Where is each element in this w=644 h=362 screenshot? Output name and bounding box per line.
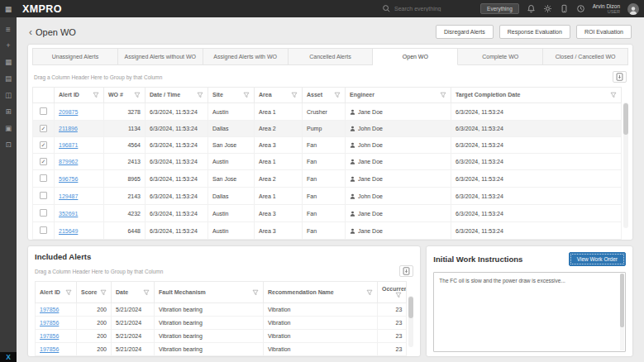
media-icon[interactable]: ◫ (0, 87, 17, 103)
alert-id-link[interactable]: 879962 (59, 159, 78, 164)
clock-icon[interactable] (576, 4, 585, 13)
column-header-asset[interactable]: Asset (303, 88, 346, 103)
alert-id-link[interactable]: 129487 (59, 193, 78, 199)
column-header-target-completion-date[interactable]: Target Completion Date (451, 88, 622, 103)
filter-icon[interactable] (334, 92, 341, 98)
work-order-row[interactable]: 12948721436/3/2024, 11:53:24DallasArea 1… (33, 188, 622, 205)
column-header-date-time[interactable]: Date / Time (145, 88, 208, 103)
alert-id-link[interactable]: 209875 (59, 109, 78, 115)
tab-open-wo[interactable]: Open WO (373, 48, 458, 65)
alert-id-link[interactable]: 197856 (40, 307, 59, 312)
tab-complete-wo[interactable]: Complete WO (458, 48, 543, 65)
tab-assigned-alerts-with-wo[interactable]: Assigned Alerts with WO (203, 48, 289, 65)
add-icon[interactable]: + (0, 37, 17, 54)
alert-id-link[interactable]: 352691 (59, 211, 78, 217)
alert-id-link[interactable]: 197856 (40, 333, 59, 339)
column-header-fault-mechanism[interactable]: Fault Mechanism (155, 282, 264, 303)
work-order-row[interactable]: 35269142326/3/2024, 11:53:24AustinArea 3… (33, 205, 622, 222)
export-button[interactable] (613, 71, 627, 83)
search-input[interactable] (394, 6, 477, 12)
column-header-engineer[interactable]: Engineer (346, 88, 451, 103)
work-order-row[interactable]: 20987532786/3/2024, 11:53:24AustinArea 1… (33, 103, 622, 121)
filter-icon[interactable] (243, 92, 250, 98)
filter-icon[interactable] (93, 92, 99, 98)
work-instructions-textarea[interactable]: The FC oil is slow and the power draw is… (433, 272, 626, 352)
tab-closed-cancelled-wo[interactable]: Closed / Cancelled WO (543, 48, 628, 65)
settings-gear-icon[interactable] (543, 4, 552, 13)
included-alert-row[interactable]: 1978562005/21/2024Vibration bearingVibra… (36, 303, 407, 317)
column-header-area[interactable]: Area (255, 88, 303, 103)
table-scrollbar-thumb[interactable] (623, 103, 628, 135)
alert-id-link[interactable]: 197856 (40, 346, 59, 352)
table-scrollbar[interactable] (623, 102, 628, 228)
alert-id-link[interactable]: 211896 (59, 126, 78, 131)
alert-id-link[interactable]: 215649 (59, 228, 78, 234)
filter-icon[interactable] (143, 289, 150, 296)
export-button[interactable] (399, 265, 413, 277)
row-checkbox[interactable] (40, 192, 47, 199)
filter-icon[interactable] (100, 289, 107, 296)
notifications-bell-icon[interactable] (527, 4, 536, 13)
filter-icon[interactable] (197, 92, 203, 98)
row-checkbox[interactable] (40, 174, 47, 182)
view-work-order-button[interactable]: View Work Order (569, 252, 626, 266)
table-scrollbar[interactable] (408, 296, 413, 347)
column-header-score[interactable]: Score (77, 282, 112, 303)
alert-id-link[interactable]: 197856 (40, 320, 59, 326)
tab-cancelled-alerts[interactable]: Cancelled Alerts (289, 48, 374, 65)
row-checkbox[interactable] (40, 209, 47, 217)
row-checkbox[interactable]: ✓ (40, 125, 47, 132)
row-checkbox[interactable]: ✓ (40, 158, 47, 165)
user-menu[interactable]: Arvin Dizon USER (593, 3, 620, 15)
work-order-row[interactable]: ✓19687145646/3/2024, 11:53:24San JoseAre… (33, 137, 622, 154)
included-alert-row[interactable]: 1978562005/21/2024Vibration bearingVibra… (36, 317, 407, 330)
included-alert-row[interactable]: 1978562005/21/2024Vibration bearingVibra… (36, 330, 407, 343)
workflow-icon[interactable]: ▤ (0, 70, 17, 87)
filter-icon[interactable] (65, 289, 72, 296)
tab-assigned-alerts-without-wo[interactable]: Assigned Alerts without WO (118, 48, 203, 65)
menu-icon[interactable]: ≡ (0, 21, 17, 37)
back-chevron-icon[interactable]: ‹ (29, 27, 32, 37)
link-icon[interactable]: ⊞ (0, 103, 17, 120)
alert-id-link[interactable]: 196871 (59, 142, 78, 148)
column-header-date[interactable]: Date (112, 282, 155, 303)
work-order-row[interactable]: ✓21189611346/3/2024, 11:53:24DallasArea … (33, 121, 622, 137)
work-order-row[interactable]: 21564964486/3/2024, 11:53:24AustinArea 3… (33, 222, 622, 240)
column-header-occurrences[interactable]: Occurrences (378, 282, 407, 303)
mobile-device-icon[interactable] (560, 4, 569, 13)
column-header-alert-id[interactable]: Alert ID (55, 88, 104, 103)
textarea-scrollbar-thumb[interactable] (620, 274, 624, 327)
filter-icon[interactable] (395, 292, 402, 298)
table-icon[interactable]: ▣ (0, 120, 17, 136)
filter-icon[interactable] (291, 92, 298, 98)
dashboard-icon[interactable]: ▦ (0, 54, 17, 70)
textarea-scrollbar[interactable] (620, 274, 624, 350)
person-icon (350, 142, 355, 148)
filter-icon[interactable] (252, 289, 259, 296)
search-scope-dropdown[interactable]: Everything (480, 3, 519, 14)
apps-grid-icon[interactable]: ▦ (0, 5, 17, 13)
disregard-alerts-button[interactable]: Disregard Alerts (436, 25, 494, 39)
included-alert-row[interactable]: 1978562005/21/2024Vibration bearingVibra… (36, 343, 407, 356)
column-header-site[interactable]: Site (208, 88, 255, 103)
filter-icon[interactable] (134, 92, 141, 98)
column-header-alert-id[interactable]: Alert ID (36, 282, 77, 303)
row-checkbox[interactable]: ✓ (40, 141, 47, 149)
filter-icon[interactable] (610, 92, 617, 98)
filter-icon[interactable] (366, 289, 373, 296)
response-evaluation-button[interactable]: Response Evaluation (499, 25, 570, 39)
column-header-wo[interactable]: WO # (104, 88, 145, 103)
filter-icon[interactable] (440, 92, 446, 98)
tab-unassigned-alerts[interactable]: Unassigned Alerts (32, 48, 118, 65)
roi-evaluation-button[interactable]: ROI Evaluation (576, 25, 632, 39)
row-checkbox[interactable] (40, 226, 47, 234)
avatar[interactable] (627, 3, 639, 15)
xmpro-x-logo[interactable]: X (0, 352, 17, 362)
work-order-row[interactable]: 59675689656/3/2024, 11:53:24San JoseArea… (33, 170, 622, 188)
column-header-recommendation-name[interactable]: Recommendation Name (264, 282, 378, 303)
alert-id-link[interactable]: 596756 (59, 176, 78, 182)
row-checkbox[interactable] (40, 107, 47, 115)
table-scrollbar-thumb[interactable] (408, 297, 413, 318)
data-grid-icon[interactable]: ⊡ (0, 136, 17, 153)
work-order-row[interactable]: ✓87996224136/3/2024, 11:53:24AustinArea … (33, 154, 622, 170)
